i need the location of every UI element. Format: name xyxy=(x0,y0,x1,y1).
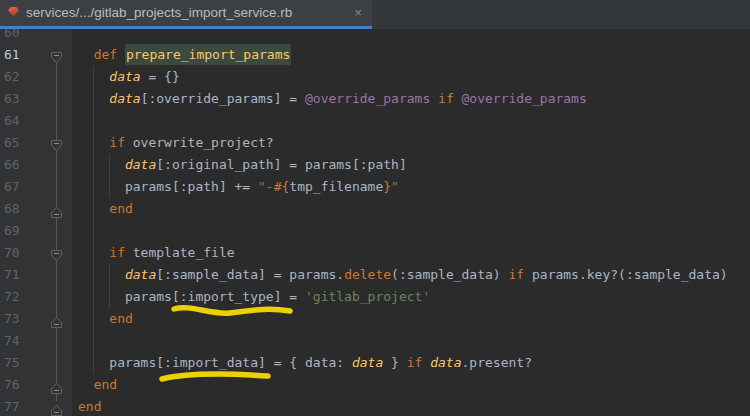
fold-end-icon[interactable] xyxy=(50,379,63,391)
fold-collapse-icon[interactable] xyxy=(50,137,63,149)
line-number[interactable]: 70 xyxy=(4,242,44,264)
code-line-70: 70 if template_file xyxy=(0,242,750,264)
code-text[interactable]: data[:original_path] = params[:path] xyxy=(78,154,407,176)
line-number[interactable]: 77 xyxy=(4,396,44,416)
line-number[interactable]: 75 xyxy=(4,352,44,374)
code-text[interactable]: end xyxy=(78,198,133,220)
code-text[interactable]: data[:override_params] = @override_param… xyxy=(78,88,587,110)
code-line-74: 74 xyxy=(0,330,750,352)
code-line-69: 69 xyxy=(0,220,750,242)
line-number[interactable]: 72 xyxy=(4,286,44,308)
fold-end-icon[interactable] xyxy=(50,313,63,325)
fold-end-icon[interactable] xyxy=(50,203,63,215)
code-text[interactable]: end xyxy=(78,374,117,396)
code-text[interactable]: if overwrite_project? xyxy=(78,132,274,154)
line-number[interactable]: 66 xyxy=(4,154,44,176)
code-text[interactable]: data = {} xyxy=(78,66,180,88)
fold-collapse-icon[interactable] xyxy=(50,247,63,259)
code-line-60: 60 xyxy=(0,29,750,44)
code-line-63: 63 data[:override_params] = @override_pa… xyxy=(0,88,750,110)
line-number[interactable]: 68 xyxy=(4,198,44,220)
line-number[interactable]: 63 xyxy=(4,88,44,110)
code-line-76: 76 end xyxy=(0,374,750,396)
code-line-65: 65 if overwrite_project? xyxy=(0,132,750,154)
line-number[interactable]: 67 xyxy=(4,176,44,198)
code-text[interactable]: def prepare_import_params xyxy=(78,44,291,66)
line-number[interactable]: 76 xyxy=(4,374,44,396)
line-number[interactable]: 60 xyxy=(4,29,44,44)
line-number[interactable]: 62 xyxy=(4,66,44,88)
code-line-77: 77end xyxy=(0,396,750,416)
code-text[interactable]: params[:import_type] = 'gitlab_project' xyxy=(78,286,430,308)
tab-close-icon[interactable]: × xyxy=(352,5,364,20)
line-number[interactable]: 74 xyxy=(4,330,44,352)
ide-window: services/.../gitlab_projects_import_serv… xyxy=(0,0,750,416)
code-line-68: 68 end xyxy=(0,198,750,220)
fold-end-icon[interactable] xyxy=(50,401,63,413)
code-editor[interactable]: 6061 def prepare_import_params62 data = … xyxy=(0,29,750,416)
code-text[interactable]: if template_file xyxy=(78,242,235,264)
tab-gitlab-projects-import-service[interactable]: services/.../gitlab_projects_import_serv… xyxy=(0,0,372,29)
code-text[interactable]: params[:path] += "-#{tmp_filename}" xyxy=(78,176,399,198)
code-line-73: 73 end xyxy=(0,308,750,330)
code-text[interactable]: params[:import_data] = { data: data } if… xyxy=(78,352,532,374)
code-line-75: 75 params[:import_data] = { data: data }… xyxy=(0,352,750,374)
line-number[interactable]: 65 xyxy=(4,132,44,154)
code-line-62: 62 data = {} xyxy=(0,66,750,88)
code-line-61: 61 def prepare_import_params xyxy=(0,44,750,66)
code-line-72: 72 params[:import_type] = 'gitlab_projec… xyxy=(0,286,750,308)
code-line-71: 71 data[:sample_data] = params.delete(:s… xyxy=(0,264,750,286)
code-line-64: 64 xyxy=(0,110,750,132)
line-number[interactable]: 73 xyxy=(4,308,44,330)
code-text[interactable]: end xyxy=(78,308,133,330)
tab-title: services/.../gitlab_projects_import_serv… xyxy=(26,5,345,20)
code-line-67: 67 params[:path] += "-#{tmp_filename}" xyxy=(0,176,750,198)
fold-collapse-icon[interactable] xyxy=(50,49,63,61)
code-line-66: 66 data[:original_path] = params[:path] xyxy=(0,154,750,176)
line-number[interactable]: 61 xyxy=(4,44,44,66)
line-number[interactable]: 69 xyxy=(4,220,44,242)
line-number[interactable]: 64 xyxy=(4,110,44,132)
ruby-file-icon xyxy=(8,7,19,17)
editor-tab-bar: services/.../gitlab_projects_import_serv… xyxy=(0,0,750,29)
code-text[interactable]: end xyxy=(78,396,101,416)
line-number[interactable]: 71 xyxy=(4,264,44,286)
code-text[interactable]: data[:sample_data] = params.delete(:samp… xyxy=(78,264,728,286)
